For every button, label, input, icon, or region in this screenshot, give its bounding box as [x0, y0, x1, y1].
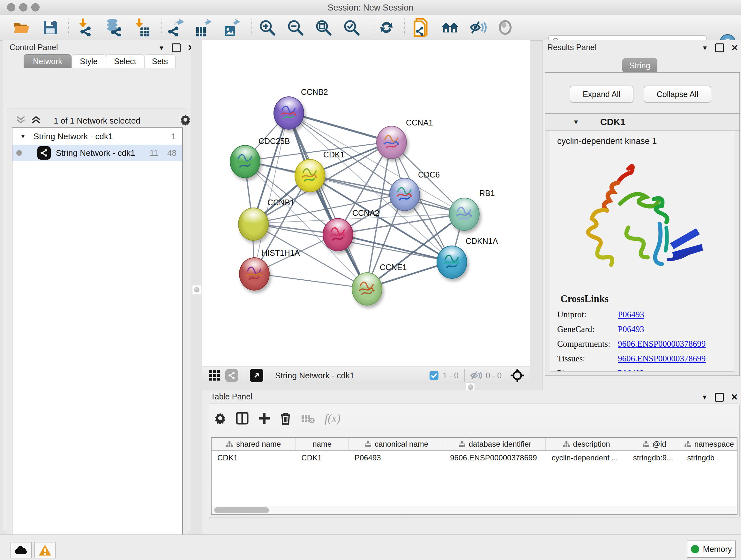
float-panel-icon[interactable]: ▼ [158, 44, 165, 52]
import-network-file-icon[interactable] [77, 19, 94, 36]
splitter-knob[interactable] [192, 285, 201, 294]
column-header-namespace[interactable]: namespace [681, 438, 737, 450]
crosslink-label: GeneCard: [550, 324, 618, 334]
export-image-icon[interactable] [223, 19, 241, 36]
crosslink-link[interactable]: 9606.ENSP00000378699 [618, 339, 705, 349]
tab-sets[interactable]: Sets [144, 54, 176, 68]
warning-status-button[interactable] [35, 542, 56, 558]
zoom-selected-icon[interactable] [342, 19, 360, 36]
network-canvas[interactable]: CCNB2CCNA1CDC25BCDK1CDC6RB1CCNB1CCNA2CDK… [202, 40, 530, 367]
string-view-icon[interactable] [225, 369, 238, 382]
scrollbar-thumb[interactable] [214, 507, 269, 513]
network-node-cdc25b[interactable] [230, 145, 260, 178]
column-header-database-identifier[interactable]: database identifier [444, 438, 546, 450]
function-builder-icon[interactable]: f(x) [325, 412, 340, 425]
crosslink-link[interactable]: 9606.ENSP00000378699 [618, 354, 705, 364]
open-session-icon[interactable] [13, 19, 30, 36]
zoom-fit-icon[interactable] [314, 19, 332, 36]
zoom-out-icon[interactable] [286, 19, 304, 36]
hide-glasses-icon[interactable] [469, 19, 487, 36]
import-table-icon[interactable] [133, 19, 151, 36]
results-panel: Results Panel ▼ ✕ String Expand All Coll… [542, 40, 741, 390]
edge-ccnb2-ccne1[interactable] [288, 112, 366, 288]
column-header-canonical-name[interactable]: canonical name [349, 438, 444, 450]
network-view-toolbar: String Network - cdk1 1 - 0 0 - 0 [202, 367, 530, 384]
export-table-icon[interactable] [194, 19, 212, 36]
table-cell: cyclin-dependent ... [546, 451, 627, 464]
cloud-status-button[interactable] [10, 542, 31, 558]
edge-ccna2-cdkn1a[interactable] [337, 234, 451, 261]
network-node-rb1[interactable] [449, 198, 480, 231]
crosslink-link[interactable]: P06493 [618, 324, 644, 334]
home-networks-icon[interactable] [441, 19, 459, 36]
network-node-cdk1[interactable] [294, 159, 325, 192]
crosslink-link[interactable]: P06493 [618, 310, 644, 320]
tab-style[interactable]: Style [71, 54, 106, 68]
network-collection-row[interactable]: ▼ String Network - cdk1 1 [12, 128, 182, 145]
delete-table-icon[interactable] [301, 413, 315, 424]
float-panel-icon[interactable]: ▼ [701, 394, 708, 401]
add-column-icon[interactable] [258, 412, 270, 424]
gear-icon[interactable] [180, 114, 191, 125]
network-node-cdc6[interactable] [389, 178, 420, 211]
collection-expander-icon[interactable]: ▼ [20, 133, 26, 140]
open-file-network-icon[interactable] [413, 19, 430, 36]
protein-thumbnail [242, 264, 265, 284]
tab-network[interactable]: Network [23, 54, 71, 68]
column-header-description[interactable]: description [546, 438, 627, 450]
open-in-window-icon[interactable] [250, 369, 263, 382]
column-header--id[interactable]: @id [627, 438, 682, 450]
column-header-name[interactable]: name [295, 438, 349, 450]
network-node-ccna2[interactable] [323, 218, 353, 251]
collapse-all-button[interactable]: Collapse All [644, 85, 711, 103]
network-node-ccnb1[interactable] [238, 207, 269, 241]
protein-thumbnail [298, 165, 321, 186]
title-bar: Session: New Session [0, 0, 741, 15]
zoom-in-icon[interactable] [258, 19, 276, 36]
table-horizontal-scrollbar[interactable] [212, 506, 737, 514]
network-node-ccnb2[interactable] [273, 97, 304, 130]
network-view-title: String Network - cdk1 [275, 371, 354, 381]
memory-label: Memory [703, 545, 732, 554]
save-session-icon[interactable] [42, 19, 59, 36]
crosslink-link[interactable]: P06493 [618, 368, 644, 372]
eye-disabled-icon[interactable] [496, 19, 514, 36]
tab-select[interactable]: Select [106, 54, 144, 68]
edge-hist1h1a-ccne1[interactable] [254, 273, 366, 288]
grid-view-icon[interactable] [209, 369, 221, 381]
crosslink-label: Compartments: [550, 339, 618, 349]
column-header-shared-name[interactable]: shared name [212, 438, 295, 450]
selected-checkbox-icon[interactable] [429, 371, 439, 380]
expand-all-button[interactable]: Expand All [569, 85, 633, 103]
table-settings-gear-icon[interactable] [214, 412, 226, 424]
column-label: database identifier [469, 440, 531, 449]
entry-expander-icon[interactable]: ▼ [573, 118, 579, 126]
memory-button[interactable]: Memory [687, 541, 736, 558]
crosslink-row: Pharos:P06493 [550, 366, 735, 372]
maximize-panel-icon[interactable] [172, 44, 181, 52]
maximize-panel-icon[interactable] [715, 393, 724, 401]
vertical-splitter-left[interactable] [191, 40, 202, 531]
float-panel-icon[interactable]: ▼ [702, 44, 708, 52]
maximize-panel-icon[interactable] [715, 44, 724, 52]
network-node-ccne1[interactable] [352, 272, 382, 306]
network-row[interactable]: String Network - cdk1 11 48 [12, 145, 182, 161]
close-panel-icon[interactable]: ✕ [731, 43, 738, 53]
gene-entry-header[interactable]: ▼ CDK1 [545, 114, 739, 131]
refresh-icon[interactable] [378, 19, 395, 36]
export-network-icon[interactable] [166, 19, 184, 36]
network-node-hist1h1a[interactable] [239, 257, 270, 291]
network-node-cdkn1a[interactable] [436, 246, 467, 279]
results-tab-string[interactable]: String [622, 58, 657, 73]
birdseye-crosshair-icon[interactable] [510, 368, 525, 383]
close-panel-icon[interactable]: ✕ [731, 392, 738, 402]
import-network-database-icon[interactable] [105, 19, 122, 36]
table-cell: stringdb:9... [627, 451, 682, 464]
network-node-ccna1[interactable] [376, 126, 407, 159]
network-selection-summary: 1 of 1 Network selected [7, 116, 187, 126]
edge-ccnb2-hist1h1a[interactable] [254, 112, 288, 273]
table-row[interactable]: CDK1CDK1P064939606.ENSP00000378699cyclin… [212, 451, 737, 464]
hidden-eye-icon[interactable] [470, 371, 482, 380]
delete-column-icon[interactable] [280, 412, 291, 425]
show-columns-icon[interactable] [236, 412, 249, 425]
